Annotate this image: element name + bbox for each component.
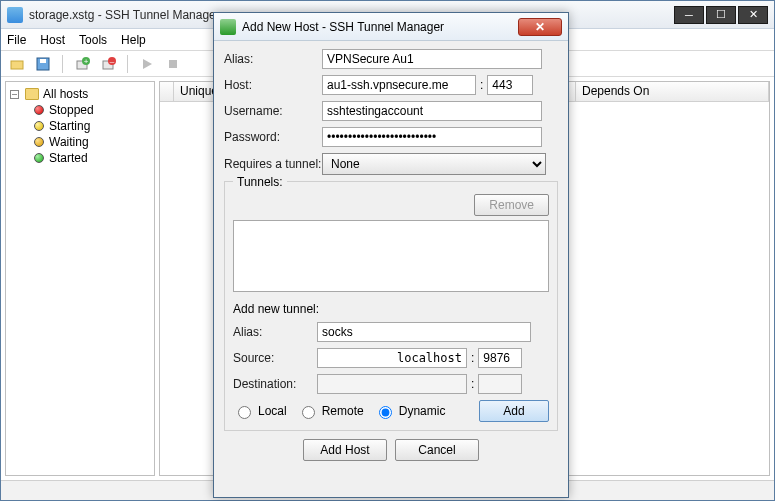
start-icon[interactable] <box>137 54 157 74</box>
status-dot-green-icon <box>34 153 44 163</box>
remove-host-icon[interactable]: – <box>98 54 118 74</box>
tunnel-alias-label: Alias: <box>233 325 317 339</box>
alias-input[interactable] <box>322 49 542 69</box>
local-radio[interactable]: Local <box>233 403 287 419</box>
hosts-tree[interactable]: – All hosts Stopped Starting Waiting Sta… <box>5 81 155 476</box>
svg-text:–: – <box>110 57 115 66</box>
remote-radio[interactable]: Remote <box>297 403 364 419</box>
open-icon[interactable] <box>7 54 27 74</box>
requires-label: Requires a tunnel: <box>224 157 322 171</box>
close-button[interactable]: ✕ <box>738 6 768 24</box>
minimize-button[interactable]: ─ <box>674 6 704 24</box>
tunnel-alias-input[interactable] <box>317 322 531 342</box>
requires-tunnel-select[interactable]: None <box>322 153 546 175</box>
dialog-titlebar: Add New Host - SSH Tunnel Manager ✕ <box>214 13 568 41</box>
destination-port-input[interactable] <box>478 374 522 394</box>
menu-host[interactable]: Host <box>40 33 65 47</box>
menu-file[interactable]: File <box>7 33 26 47</box>
remove-tunnel-button[interactable]: Remove <box>474 194 549 216</box>
status-dot-red-icon <box>34 105 44 115</box>
alias-label: Alias: <box>224 52 322 66</box>
dynamic-radio[interactable]: Dynamic <box>374 403 446 419</box>
source-host-input[interactable] <box>317 348 467 368</box>
collapse-icon[interactable]: – <box>10 90 19 99</box>
maximize-button[interactable]: ☐ <box>706 6 736 24</box>
dialog-close-button[interactable]: ✕ <box>518 18 562 36</box>
dialog-title: Add New Host - SSH Tunnel Manager <box>242 20 444 34</box>
svg-rect-10 <box>169 60 177 68</box>
host-label: Host: <box>224 78 322 92</box>
username-label: Username: <box>224 104 322 118</box>
add-host-button[interactable]: Add Host <box>303 439 387 461</box>
tunnels-group: Tunnels: Remove Add new tunnel: Alias: S… <box>224 181 558 431</box>
svg-rect-2 <box>40 59 46 63</box>
tree-item-starting[interactable]: Starting <box>8 118 152 134</box>
svg-marker-9 <box>143 59 152 69</box>
svg-rect-0 <box>11 61 23 69</box>
status-dot-yellow-icon <box>34 121 44 131</box>
app-icon <box>7 7 23 23</box>
col-depends[interactable]: Depends On <box>576 82 769 101</box>
menu-tools[interactable]: Tools <box>79 33 107 47</box>
add-host-icon[interactable]: + <box>72 54 92 74</box>
tree-item-started[interactable]: Started <box>8 150 152 166</box>
host-input[interactable] <box>322 75 476 95</box>
stop-icon[interactable] <box>163 54 183 74</box>
add-host-dialog: Add New Host - SSH Tunnel Manager ✕ Alia… <box>213 12 569 498</box>
destination-label: Destination: <box>233 377 317 391</box>
main-window-title: storage.xstg - SSH Tunnel Manager <box>29 8 220 22</box>
password-input[interactable] <box>322 127 542 147</box>
tunnel-list[interactable] <box>233 220 549 292</box>
col-empty[interactable] <box>160 82 174 101</box>
tree-root[interactable]: – All hosts <box>8 86 152 102</box>
add-tunnel-label: Add new tunnel: <box>233 302 549 316</box>
source-port-input[interactable] <box>478 348 522 368</box>
folder-icon <box>25 88 39 100</box>
password-label: Password: <box>224 130 322 144</box>
tree-item-waiting[interactable]: Waiting <box>8 134 152 150</box>
add-tunnel-button[interactable]: Add <box>479 400 549 422</box>
menu-help[interactable]: Help <box>121 33 146 47</box>
status-dot-gold-icon <box>34 137 44 147</box>
dialog-icon <box>220 19 236 35</box>
tree-root-label: All hosts <box>43 87 88 101</box>
svg-text:+: + <box>84 57 89 66</box>
tree-item-stopped[interactable]: Stopped <box>8 102 152 118</box>
source-label: Source: <box>233 351 317 365</box>
save-icon[interactable] <box>33 54 53 74</box>
username-input[interactable] <box>322 101 542 121</box>
destination-host-input[interactable] <box>317 374 467 394</box>
cancel-button[interactable]: Cancel <box>395 439 479 461</box>
port-input[interactable] <box>487 75 533 95</box>
tunnels-group-label: Tunnels: <box>233 175 287 189</box>
